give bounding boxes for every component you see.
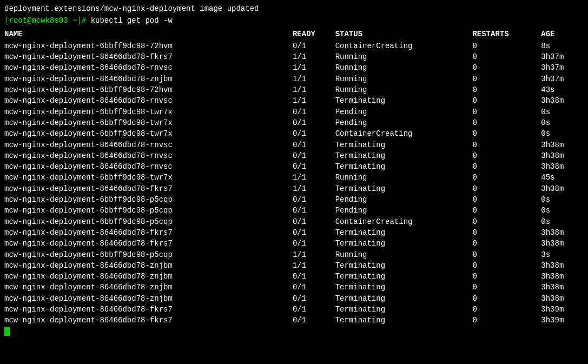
table-row: mcw-nginx-deployment-86466dbd78-rnvsc 1/…	[4, 95, 584, 106]
pod-ready: 1/1	[293, 260, 335, 271]
pod-name: mcw-nginx-deployment-86466dbd78-znjbm	[4, 260, 293, 271]
pod-name: mcw-nginx-deployment-86466dbd78-fkrs7	[4, 51, 293, 62]
pod-restarts: 0	[472, 107, 541, 117]
table-row: mcw-nginx-deployment-86466dbd78-fkrs7 0/…	[4, 238, 584, 249]
pod-status: Pending	[335, 107, 473, 117]
pod-restarts: 0	[472, 62, 541, 73]
pod-restarts: 0	[472, 227, 541, 238]
pod-name: mcw-nginx-deployment-86466dbd78-fkrs7	[4, 227, 293, 238]
pod-ready: 1/1	[293, 172, 335, 183]
pod-ready: 0/1	[293, 271, 335, 282]
table-row: mcw-nginx-deployment-86466dbd78-znjbm 0/…	[4, 293, 584, 304]
pod-age: 0s	[541, 194, 584, 205]
pod-status: Terminating	[335, 271, 473, 282]
table-row: mcw-nginx-deployment-86466dbd78-fkrs7 1/…	[4, 183, 584, 194]
pod-ready: 0/1	[293, 227, 335, 238]
pod-restarts: 0	[472, 74, 541, 84]
header-name: NAME	[4, 29, 293, 41]
pod-age: 3s	[541, 249, 584, 260]
pod-ready: 0/1	[293, 282, 335, 293]
pod-ready: 1/1	[293, 51, 335, 62]
pod-age: 43s	[541, 84, 584, 95]
pod-ready: 0/1	[293, 293, 335, 304]
top-line: deployment.extensions/mcw-nginx-deployme…	[4, 3, 584, 14]
pod-age: 3h39m	[541, 315, 584, 326]
pod-name: mcw-nginx-deployment-86466dbd78-znjbm	[4, 271, 293, 282]
table-row: mcw-nginx-deployment-86466dbd78-znjbm 0/…	[4, 282, 584, 293]
table-row: mcw-nginx-deployment-86466dbd78-fkrs7 0/…	[4, 315, 584, 326]
pod-ready: 1/1	[293, 95, 335, 106]
table-row: mcw-nginx-deployment-86466dbd78-znjbm 1/…	[4, 74, 584, 84]
table-row: mcw-nginx-deployment-6bbff9dc98-72hvm 1/…	[4, 84, 584, 95]
pod-name: mcw-nginx-deployment-86466dbd78-fkrs7	[4, 183, 293, 194]
pod-status: Running	[335, 249, 473, 260]
pod-restarts: 0	[472, 150, 541, 161]
pod-restarts: 0	[472, 95, 541, 106]
pod-name: mcw-nginx-deployment-6bbff9dc98-p5cqp	[4, 194, 293, 205]
pod-restarts: 0	[472, 205, 541, 216]
pod-age: 3h38m	[541, 260, 584, 271]
pod-name: mcw-nginx-deployment-6bbff9dc98-twr7x	[4, 128, 293, 139]
pod-age: 3h38m	[541, 282, 584, 293]
pod-status: Terminating	[335, 304, 473, 315]
pod-restarts: 0	[472, 194, 541, 205]
pod-age: 45s	[541, 172, 584, 183]
pod-age: 3h39m	[541, 304, 584, 315]
table-row: mcw-nginx-deployment-6bbff9dc98-72hvm 0/…	[4, 41, 584, 51]
pod-status: Pending	[335, 117, 473, 128]
pod-name: mcw-nginx-deployment-6bbff9dc98-p5cqp	[4, 205, 293, 216]
pod-name: mcw-nginx-deployment-86466dbd78-fkrs7	[4, 304, 293, 315]
pod-ready: 1/1	[293, 62, 335, 73]
pod-status: ContainerCreating	[335, 128, 473, 139]
pod-restarts: 0	[472, 128, 541, 139]
pod-restarts: 0	[472, 84, 541, 95]
table-row: mcw-nginx-deployment-86466dbd78-rnvsc 0/…	[4, 140, 584, 150]
pod-restarts: 0	[472, 41, 541, 51]
pod-ready: 0/1	[293, 315, 335, 326]
pod-restarts: 0	[472, 140, 541, 150]
pod-age: 3h38m	[541, 271, 584, 282]
pod-restarts: 0	[472, 293, 541, 304]
prompt-user: [root@mcwk8s03 ~]#	[4, 16, 91, 25]
pod-status: Terminating	[335, 238, 473, 249]
pod-restarts: 0	[472, 51, 541, 62]
pod-name: mcw-nginx-deployment-6bbff9dc98-twr7x	[4, 172, 293, 183]
table-row: mcw-nginx-deployment-86466dbd78-fkrs7 0/…	[4, 227, 584, 238]
pod-ready: 1/1	[293, 74, 335, 84]
pod-name: mcw-nginx-deployment-86466dbd78-znjbm	[4, 74, 293, 84]
pod-age: 0s	[541, 107, 584, 117]
pod-ready: 0/1	[293, 216, 335, 227]
pod-ready: 1/1	[293, 84, 335, 95]
pod-age: 0s	[541, 216, 584, 227]
pod-age: 3h37m	[541, 51, 584, 62]
pod-restarts: 0	[472, 238, 541, 249]
pod-name: mcw-nginx-deployment-86466dbd78-rnvsc	[4, 62, 293, 73]
pod-status: Terminating	[335, 140, 473, 150]
pod-status: Running	[335, 62, 473, 73]
pod-restarts: 0	[472, 249, 541, 260]
table-row: mcw-nginx-deployment-6bbff9dc98-twr7x 0/…	[4, 117, 584, 128]
pod-status: Running	[335, 74, 473, 84]
pod-status: Running	[335, 51, 473, 62]
pod-ready: 0/1	[293, 107, 335, 117]
pod-name: mcw-nginx-deployment-86466dbd78-fkrs7	[4, 238, 293, 249]
pod-status: Terminating	[335, 260, 473, 271]
pod-name: mcw-nginx-deployment-86466dbd78-rnvsc	[4, 95, 293, 106]
pod-restarts: 0	[472, 183, 541, 194]
header-status: STATUS	[335, 29, 473, 41]
prompt-command: kubectl get pod -w	[91, 16, 173, 25]
pod-age: 0s	[541, 117, 584, 128]
pod-ready: 0/1	[293, 150, 335, 161]
pod-status: Terminating	[335, 282, 473, 293]
pod-restarts: 0	[472, 216, 541, 227]
pod-age: 3h37m	[541, 74, 584, 84]
pod-ready: 0/1	[293, 304, 335, 315]
pod-age: 3h38m	[541, 183, 584, 194]
pod-status: Terminating	[335, 315, 473, 326]
pod-ready: 0/1	[293, 117, 335, 128]
pod-name: mcw-nginx-deployment-86466dbd78-fkrs7	[4, 315, 293, 326]
cursor-line	[4, 326, 584, 337]
terminal-window: deployment.extensions/mcw-nginx-deployme…	[0, 0, 588, 364]
pod-status: ContainerCreating	[335, 216, 473, 227]
pod-name: mcw-nginx-deployment-6bbff9dc98-72hvm	[4, 41, 293, 51]
